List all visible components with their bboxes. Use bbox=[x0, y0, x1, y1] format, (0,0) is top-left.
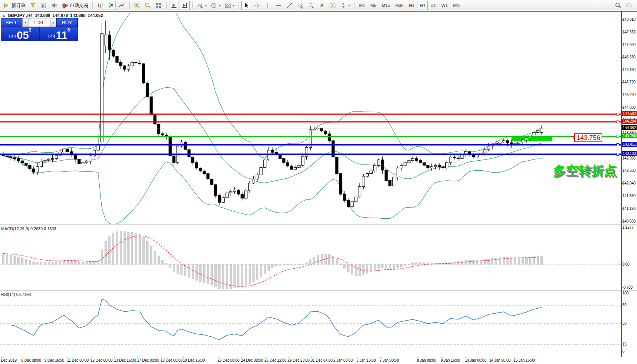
timeframe-h4-button[interactable]: H4 bbox=[418, 1, 428, 10]
macd-histogram-bar bbox=[116, 232, 118, 264]
macd-histogram-bar bbox=[211, 264, 213, 285]
timeframe-w1-button[interactable]: W1 bbox=[439, 1, 450, 10]
pane-separator[interactable] bbox=[0, 225, 637, 225]
templates-button[interactable]: ▾ bbox=[223, 1, 236, 10]
candle bbox=[533, 132, 535, 135]
candlestick-chart-button[interactable] bbox=[106, 1, 116, 10]
pane-separator[interactable] bbox=[0, 224, 637, 224]
sell-price-big: 05 bbox=[17, 30, 29, 40]
macd-histogram-bar bbox=[393, 264, 395, 269]
text-button[interactable]: A bbox=[317, 1, 327, 10]
arrows-button[interactable]: ▾ bbox=[338, 1, 351, 10]
pane-separator[interactable] bbox=[0, 291, 637, 291]
candle bbox=[252, 179, 255, 183]
candle bbox=[63, 149, 65, 152]
candle bbox=[434, 165, 437, 167]
candle bbox=[498, 142, 501, 143]
macd-histogram-bar bbox=[465, 260, 467, 264]
candle bbox=[237, 190, 240, 194]
pane-separator[interactable] bbox=[0, 290, 637, 290]
candle bbox=[13, 158, 16, 158]
timeframe-m15-button[interactable]: M15 bbox=[380, 1, 392, 10]
deposit-button[interactable] bbox=[28, 1, 38, 10]
buy-price[interactable]: 144 11 5 bbox=[40, 27, 78, 41]
candle bbox=[169, 136, 171, 156]
time-axis-label: 14 Jan 08:00 bbox=[489, 358, 510, 362]
periods-button[interactable]: ▾ bbox=[209, 1, 222, 10]
auto-trading-button[interactable]: 自动交易 bbox=[60, 1, 90, 10]
price-axis-label: 100 bbox=[622, 291, 629, 295]
candle bbox=[264, 160, 266, 168]
macd-histogram-bar bbox=[533, 257, 535, 264]
candle bbox=[400, 165, 403, 168]
macd-histogram-bar bbox=[408, 264, 410, 265]
volume-input[interactable]: 1.00 bbox=[28, 18, 50, 27]
fibonacci-button[interactable]: F bbox=[306, 1, 316, 10]
tile-windows-button[interactable] bbox=[154, 1, 164, 10]
volume-increase-button[interactable]: ▲ bbox=[50, 18, 56, 27]
candle bbox=[47, 160, 50, 160]
new-order-button[interactable]: 新订单 bbox=[2, 1, 27, 10]
macd-histogram-bar bbox=[495, 258, 497, 264]
zoom-out-button[interactable] bbox=[143, 1, 153, 10]
trendline-button[interactable] bbox=[284, 1, 294, 10]
candle bbox=[233, 190, 236, 191]
candle bbox=[108, 35, 111, 50]
buy-button[interactable]: BUY bbox=[56, 18, 78, 27]
volume-decrease-button[interactable]: ▼ bbox=[22, 18, 28, 27]
macd-histogram-bar bbox=[215, 264, 217, 287]
timeframe-d1-button[interactable]: D1 bbox=[428, 1, 438, 10]
candle bbox=[218, 196, 221, 203]
vertical-line-button[interactable] bbox=[263, 1, 273, 10]
zoom-in-button[interactable] bbox=[132, 1, 142, 10]
timeframe-mn-button[interactable]: MN bbox=[451, 1, 462, 10]
macd-histogram-bar bbox=[492, 258, 493, 264]
sell-price[interactable]: 144 05 2 bbox=[1, 27, 39, 41]
cursor-button[interactable] bbox=[241, 1, 251, 10]
candle bbox=[438, 165, 441, 167]
bar-chart-button[interactable] bbox=[95, 1, 105, 10]
macd-histogram-bar bbox=[48, 262, 50, 264]
macd-histogram-bar bbox=[52, 262, 54, 264]
sell-button[interactable]: SELL bbox=[1, 18, 22, 27]
macd-histogram-bar bbox=[400, 264, 402, 267]
text-label-button[interactable]: T bbox=[328, 1, 338, 10]
indicators-button[interactable]: ▾ bbox=[195, 1, 208, 10]
turning-point-annotation[interactable]: 多空转折点 bbox=[553, 162, 617, 180]
candle bbox=[21, 161, 23, 163]
macd-histogram-bar bbox=[40, 262, 42, 264]
timeframe-h1-button[interactable]: H1 bbox=[406, 1, 416, 10]
chat-button[interactable] bbox=[624, 1, 634, 10]
zoom-out-icon bbox=[144, 2, 151, 9]
macd-histogram-bar bbox=[226, 264, 228, 289]
line-chart-button[interactable] bbox=[117, 1, 127, 10]
timeframe-m1-button[interactable]: M1 bbox=[357, 1, 367, 10]
macd-histogram-bar bbox=[207, 264, 209, 284]
crosshair-button[interactable] bbox=[252, 1, 262, 10]
candle bbox=[154, 115, 156, 124]
candle bbox=[324, 131, 327, 134]
macd-histogram-bar bbox=[503, 257, 505, 264]
search-button[interactable] bbox=[613, 1, 623, 10]
timeframe-m30-button[interactable]: M30 bbox=[393, 1, 406, 10]
market-watch-button[interactable] bbox=[38, 1, 48, 10]
auto-scroll-button[interactable] bbox=[169, 1, 179, 10]
signals-button[interactable] bbox=[49, 1, 59, 10]
timeframe-m5-button[interactable]: M5 bbox=[368, 1, 378, 10]
svg-text:E: E bbox=[301, 6, 303, 9]
candle bbox=[161, 134, 164, 135]
equidistant-channel-button[interactable]: E bbox=[295, 1, 305, 10]
level-line-anchor bbox=[617, 113, 619, 115]
macd-histogram-bar bbox=[359, 264, 361, 276]
candle bbox=[320, 128, 323, 131]
candle bbox=[537, 130, 539, 132]
level-callout[interactable]: 143.756 bbox=[574, 133, 602, 142]
time-axis-label: 8 Jan 08:00 bbox=[417, 358, 436, 362]
candle bbox=[229, 191, 232, 193]
macd-histogram-bar bbox=[173, 264, 175, 272]
chart-shift-button[interactable] bbox=[180, 1, 190, 10]
horizontal-line-button[interactable] bbox=[274, 1, 284, 10]
toolbar: 新订单自动交易▾▾▾EFAT▾M1M5M15M30H1H4D1W1MN bbox=[0, 0, 637, 11]
price-axis-label: 15 bbox=[622, 342, 627, 346]
ohlc-open: 143.889 bbox=[35, 13, 50, 18]
